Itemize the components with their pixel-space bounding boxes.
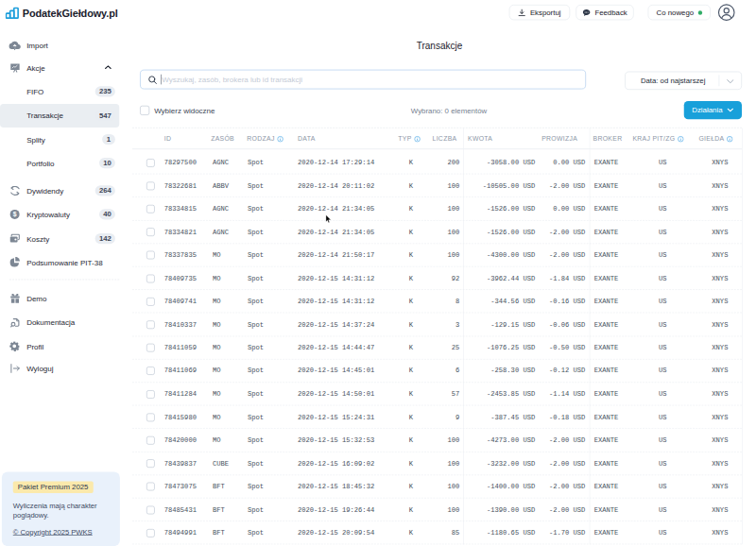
svg-text:$: $: [13, 211, 17, 218]
